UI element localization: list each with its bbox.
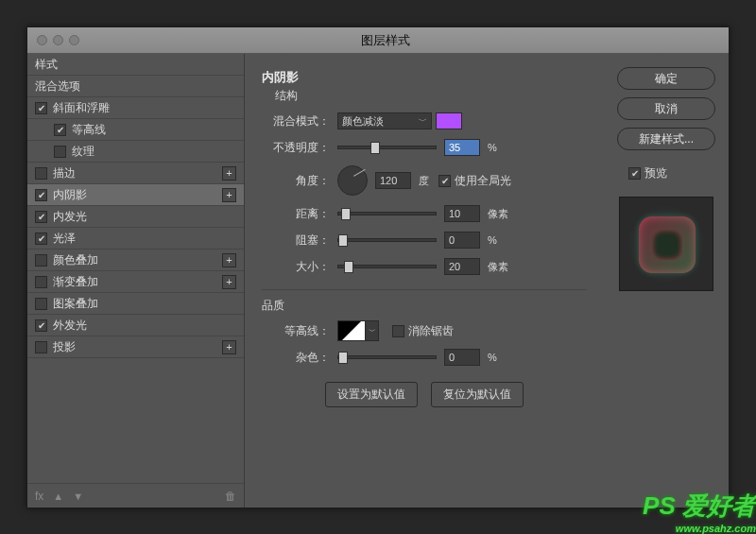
sidebar-item-bevel[interactable]: 斜面和浮雕 bbox=[27, 97, 244, 119]
size-slider[interactable] bbox=[337, 265, 437, 268]
distance-row: 距离： 10 像素 bbox=[262, 204, 587, 223]
contour-thumb bbox=[337, 320, 366, 341]
arrow-down-icon[interactable]: ▼ bbox=[73, 491, 83, 502]
sidebar-item-inner-shadow[interactable]: 内阴影 + bbox=[27, 184, 244, 206]
distance-input[interactable]: 10 bbox=[444, 205, 480, 222]
blend-mode-row: 混合模式： 颜色减淡 ﹀ bbox=[262, 112, 587, 130]
new-style-button[interactable]: 新建样式... bbox=[617, 128, 715, 150]
sidebar-item-satin[interactable]: 光泽 bbox=[27, 228, 244, 250]
angle-row: 角度： 120 度 使用全局光 bbox=[262, 164, 587, 197]
styles-sidebar: 样式 混合选项 斜面和浮雕 等高线 纹理 描边 + bbox=[27, 54, 245, 508]
dialog-content: 样式 混合选项 斜面和浮雕 等高线 纹理 描边 + bbox=[27, 54, 729, 508]
preview-toggle[interactable]: 预览 bbox=[628, 165, 715, 181]
sidebar-item-color-overlay[interactable]: 颜色叠加 + bbox=[27, 250, 244, 271]
opacity-slider[interactable] bbox=[337, 146, 437, 149]
noise-unit: % bbox=[488, 352, 497, 363]
checkbox-icon[interactable] bbox=[54, 124, 66, 136]
blend-mode-select[interactable]: 颜色减淡 ﹀ bbox=[337, 112, 432, 129]
preview-thumbnail bbox=[619, 197, 713, 291]
opacity-label: 不透明度： bbox=[262, 140, 330, 156]
sidebar-item-contour[interactable]: 等高线 bbox=[27, 119, 244, 141]
angle-dial[interactable] bbox=[337, 165, 368, 196]
plus-icon[interactable]: + bbox=[222, 188, 236, 202]
angle-input[interactable]: 120 bbox=[375, 172, 411, 189]
blend-mode-value: 颜色减淡 bbox=[342, 114, 384, 129]
size-unit: 像素 bbox=[488, 260, 508, 274]
ok-button[interactable]: 确定 bbox=[617, 67, 715, 90]
label: 外发光 bbox=[53, 318, 236, 334]
opacity-input[interactable]: 35 bbox=[444, 139, 480, 156]
trash-icon[interactable]: 🗑 bbox=[225, 490, 236, 503]
size-label: 大小： bbox=[262, 259, 330, 275]
titlebar: 图层样式 bbox=[27, 27, 729, 54]
label: 等高线 bbox=[72, 122, 236, 138]
label: 内阴影 bbox=[53, 187, 222, 203]
sidebar-item-gradient-overlay[interactable]: 渐变叠加 + bbox=[27, 271, 244, 293]
checkbox-icon[interactable] bbox=[35, 211, 47, 223]
distance-slider[interactable] bbox=[337, 212, 437, 215]
checkbox-icon[interactable] bbox=[35, 167, 47, 180]
plus-icon[interactable]: + bbox=[222, 275, 236, 289]
noise-row: 杂色： 0 % bbox=[262, 348, 587, 367]
checkbox-icon[interactable] bbox=[35, 102, 47, 114]
checkbox-icon[interactable] bbox=[54, 146, 66, 158]
antialias-checkbox[interactable] bbox=[392, 325, 404, 337]
sidebar-item-inner-glow[interactable]: 内发光 bbox=[27, 206, 244, 228]
chevron-down-icon: ﹀ bbox=[419, 115, 427, 128]
panel-title: 内阴影 bbox=[262, 69, 587, 86]
label: 图案叠加 bbox=[53, 296, 236, 312]
checkbox-icon[interactable] bbox=[35, 189, 47, 201]
settings-panel: 内阴影 结构 混合模式： 颜色减淡 ﹀ 不透明度： 35 % 角度： 120 bbox=[245, 54, 604, 508]
reset-default-button[interactable]: 复位为默认值 bbox=[431, 382, 524, 407]
sidebar-item-pattern-overlay[interactable]: 图案叠加 bbox=[27, 293, 244, 315]
sidebar-item-texture[interactable]: 纹理 bbox=[27, 141, 244, 163]
global-light-label: 使用全局光 bbox=[455, 173, 511, 189]
sidebar-footer: fx ▲ ▼ 🗑 bbox=[27, 483, 244, 508]
checkbox-icon[interactable] bbox=[35, 254, 47, 267]
sidebar-item-stroke[interactable]: 描边 + bbox=[27, 163, 244, 184]
choke-label: 阻塞： bbox=[262, 233, 330, 249]
angle-label: 角度： bbox=[262, 173, 330, 189]
plus-icon[interactable]: + bbox=[222, 340, 236, 354]
preview-checkbox[interactable] bbox=[628, 167, 641, 180]
right-column: 确定 取消 新建样式... 预览 bbox=[604, 54, 729, 508]
plus-icon[interactable]: + bbox=[222, 166, 236, 181]
distance-label: 距离： bbox=[262, 206, 330, 222]
layer-style-dialog: 图层样式 样式 混合选项 斜面和浮雕 等高线 纹理 bbox=[26, 26, 730, 508]
chevron-down-icon[interactable]: ﹀ bbox=[366, 320, 379, 341]
noise-input[interactable]: 0 bbox=[444, 349, 480, 366]
make-default-button[interactable]: 设置为默认值 bbox=[325, 382, 418, 407]
sidebar-item-outer-glow[interactable]: 外发光 bbox=[27, 315, 244, 336]
plus-icon[interactable]: + bbox=[222, 253, 236, 267]
arrow-up-icon[interactable]: ▲ bbox=[53, 491, 63, 502]
label: 斜面和浮雕 bbox=[53, 100, 236, 116]
size-input[interactable]: 20 bbox=[444, 258, 480, 275]
sidebar-item-drop-shadow[interactable]: 投影 + bbox=[27, 336, 244, 358]
antialias-label: 消除锯齿 bbox=[408, 323, 454, 339]
cancel-button[interactable]: 取消 bbox=[617, 97, 715, 120]
checkbox-icon[interactable] bbox=[35, 298, 47, 310]
global-light-checkbox[interactable] bbox=[438, 175, 451, 187]
contour-picker[interactable]: ﹀ bbox=[337, 320, 379, 341]
checkbox-icon[interactable] bbox=[35, 233, 47, 245]
blend-mode-label: 混合模式： bbox=[262, 113, 330, 129]
sidebar-header-styles[interactable]: 样式 bbox=[27, 54, 244, 76]
checkbox-icon[interactable] bbox=[35, 341, 47, 353]
label: 颜色叠加 bbox=[53, 252, 222, 268]
checkbox-icon[interactable] bbox=[35, 276, 47, 288]
divider bbox=[262, 289, 587, 290]
checkbox-icon[interactable] bbox=[35, 319, 47, 332]
label: 内发光 bbox=[53, 209, 236, 225]
choke-input[interactable]: 0 bbox=[444, 232, 480, 249]
sidebar-header-blending[interactable]: 混合选项 bbox=[27, 76, 244, 97]
fx-label[interactable]: fx bbox=[35, 490, 43, 503]
quality-label: 品质 bbox=[262, 298, 587, 314]
label: 描边 bbox=[53, 165, 222, 181]
label: 样式 bbox=[35, 57, 236, 73]
label: 光泽 bbox=[53, 231, 236, 247]
noise-slider[interactable] bbox=[337, 355, 437, 359]
choke-row: 阻塞： 0 % bbox=[262, 231, 587, 250]
color-swatch[interactable] bbox=[436, 112, 462, 129]
choke-slider[interactable] bbox=[337, 238, 437, 242]
label: 混合选项 bbox=[35, 78, 236, 95]
